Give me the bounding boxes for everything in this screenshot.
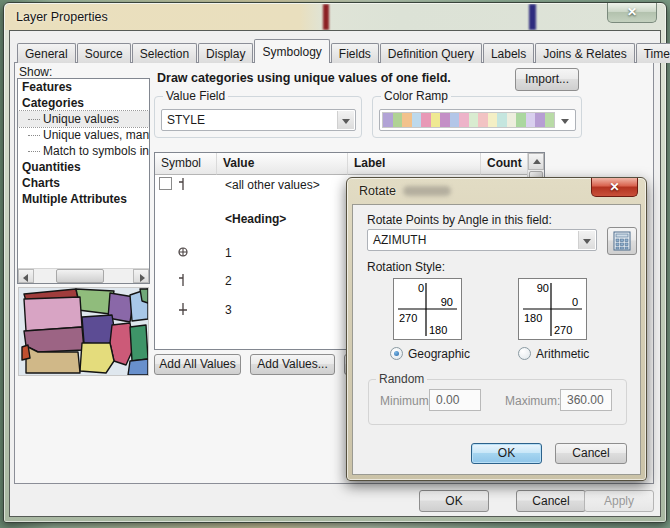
row-value: 1 xyxy=(225,246,232,260)
row-value: <all other values> xyxy=(225,178,320,192)
svg-text:180: 180 xyxy=(524,312,542,324)
tab-general[interactable]: General xyxy=(17,43,76,63)
value-field-label: Value Field xyxy=(163,89,228,103)
show-label: Show: xyxy=(19,65,52,79)
map-red-stripe xyxy=(323,4,329,30)
row-value: <Heading> xyxy=(225,212,286,226)
geographic-radio[interactable] xyxy=(390,347,403,360)
map-blue-stripe xyxy=(529,4,536,30)
arithmetic-radio-label[interactable]: Arithmetic xyxy=(536,347,589,361)
circle-plus-marker-icon xyxy=(175,244,191,263)
rotate-dialog-title: Rotate xyxy=(359,184,396,198)
scroll-left-icon[interactable] xyxy=(18,269,34,283)
rotate-field-label: Rotate Points by Angle in this field: xyxy=(367,213,552,227)
azimuth-field-combo[interactable]: AZIMUTH xyxy=(367,229,597,251)
ok-button[interactable]: OK xyxy=(419,490,489,512)
column-symbol[interactable]: Symbol xyxy=(155,153,217,175)
import-button[interactable]: Import... xyxy=(515,68,579,91)
tab-source[interactable]: Source xyxy=(77,43,131,63)
maximum-label: Maximum: xyxy=(505,394,560,408)
tab-definition-query[interactable]: Definition Query xyxy=(380,43,482,63)
rotate-dialog-client: Rotate Points by Angle in this field: AZ… xyxy=(352,204,641,475)
map-preview xyxy=(18,287,149,376)
row-value: 3 xyxy=(225,303,232,317)
show-tree-listbox[interactable]: Features Categories Unique values Unique… xyxy=(17,78,150,284)
minimum-label: Minimum: xyxy=(380,394,432,408)
tree-item-quantities[interactable]: Quantities xyxy=(18,159,149,175)
row-value: 2 xyxy=(225,274,232,288)
svg-text:180: 180 xyxy=(429,324,447,336)
value-field-value: STYLE xyxy=(167,113,205,127)
tick-marker-icon xyxy=(175,176,191,195)
svg-text:0: 0 xyxy=(572,296,578,308)
chevron-down-icon[interactable] xyxy=(557,111,574,129)
tree-item-multiple-attributes[interactable]: Multiple Attributes xyxy=(18,191,149,207)
rotate-ok-button[interactable]: OK xyxy=(471,443,542,464)
scroll-up-icon[interactable] xyxy=(528,153,544,170)
value-field-combo[interactable]: STYLE xyxy=(161,109,356,131)
color-ramp-combo[interactable] xyxy=(379,109,576,131)
close-icon[interactable]: ✕ xyxy=(607,3,657,23)
svg-text:90: 90 xyxy=(537,282,549,294)
title-bar[interactable]: Layer Properties xyxy=(5,4,665,30)
column-value[interactable]: Value xyxy=(217,153,348,175)
field-calculator-button[interactable] xyxy=(607,227,637,255)
apply-button: Apply xyxy=(584,490,654,512)
arithmetic-radio[interactable] xyxy=(518,347,531,360)
maximum-field: 360.00 xyxy=(560,389,612,411)
geographic-diagram: 0 90 270 180 xyxy=(393,278,462,340)
geographic-radio-label[interactable]: Geographic xyxy=(408,347,470,361)
add-all-values-button[interactable]: Add All Values xyxy=(154,354,241,375)
tab-display[interactable]: Display xyxy=(198,43,253,63)
tree-horizontal-scrollbar[interactable] xyxy=(18,268,149,283)
color-ramp-label: Color Ramp xyxy=(381,89,451,103)
column-label[interactable]: Label xyxy=(348,153,481,175)
tab-joins-relates[interactable]: Joins & Relates xyxy=(535,43,634,63)
page-heading: Draw categories using unique values of o… xyxy=(157,71,451,85)
layer-properties-window: Layer Properties ✕ General Source Select… xyxy=(3,2,667,523)
close-icon[interactable]: ✕ xyxy=(591,178,638,197)
tab-selection[interactable]: Selection xyxy=(132,43,197,63)
tick-marker-icon xyxy=(175,272,191,291)
tree-item-unique-values-many[interactable]: Unique values, many xyxy=(18,127,149,143)
calculator-icon xyxy=(611,230,633,252)
tree-item-features[interactable]: Features xyxy=(18,79,149,95)
color-ramp-swatches xyxy=(382,112,555,128)
tab-time[interactable]: Time xyxy=(636,43,670,63)
tree-item-charts[interactable]: Charts xyxy=(18,175,149,191)
tree-item-match-symbols[interactable]: Match to symbols in a xyxy=(18,143,149,159)
tab-strip: General Source Selection Display Symbolo… xyxy=(17,39,670,63)
svg-text:0: 0 xyxy=(418,282,424,294)
cross-marker-icon xyxy=(175,301,191,320)
minimum-field: 0.00 xyxy=(429,389,481,411)
window-title: Layer Properties xyxy=(16,10,108,24)
dialog-client: General Source Selection Display Symbolo… xyxy=(9,30,661,517)
scroll-right-icon[interactable] xyxy=(133,269,149,283)
tab-symbology[interactable]: Symbology xyxy=(254,39,329,63)
chevron-down-icon[interactable] xyxy=(578,231,595,249)
scrollbar-thumb[interactable] xyxy=(56,269,104,283)
tab-labels[interactable]: Labels xyxy=(483,43,534,63)
rotation-style-label: Rotation Style: xyxy=(367,260,445,274)
title-smudge xyxy=(403,186,451,196)
random-group-label: Random xyxy=(376,372,427,386)
table-header: Symbol Value Label Count xyxy=(155,153,544,175)
rotate-dialog: Rotate ✕ Rotate Points by Angle in this … xyxy=(346,177,647,481)
add-values-button[interactable]: Add Values... xyxy=(250,354,335,375)
cancel-button[interactable]: Cancel xyxy=(516,490,586,512)
tab-fields[interactable]: Fields xyxy=(331,43,379,63)
tree-item-categories[interactable]: Categories xyxy=(18,95,149,111)
svg-text:90: 90 xyxy=(441,296,453,308)
tree-item-unique-values[interactable]: Unique values xyxy=(18,111,149,127)
rotate-cancel-button[interactable]: Cancel xyxy=(555,443,627,464)
column-count[interactable]: Count xyxy=(481,153,529,175)
chevron-down-icon[interactable] xyxy=(337,111,354,129)
svg-text:270: 270 xyxy=(399,312,417,324)
color-ramp-group: Color Ramp xyxy=(372,96,582,138)
arithmetic-diagram: 90 0 180 270 xyxy=(518,278,587,340)
row-checkbox[interactable] xyxy=(159,177,172,190)
svg-text:270: 270 xyxy=(554,324,572,336)
azimuth-field-value: AZIMUTH xyxy=(373,233,426,247)
value-field-group: Value Field STYLE xyxy=(154,96,362,138)
